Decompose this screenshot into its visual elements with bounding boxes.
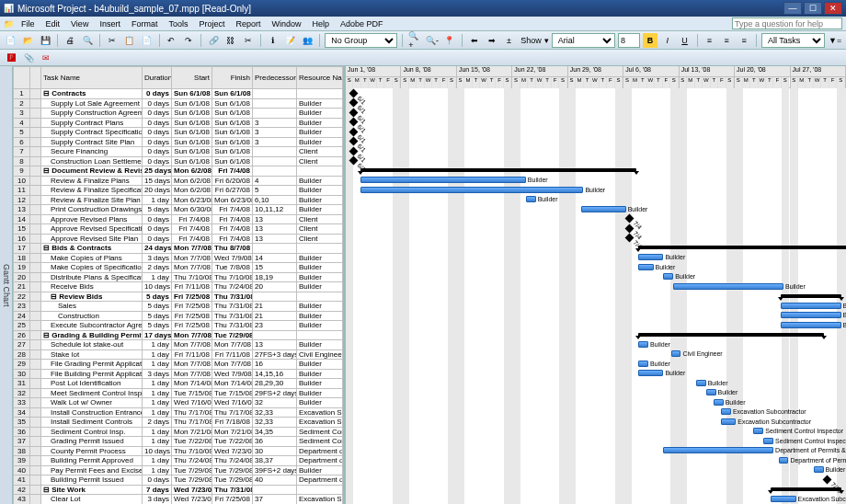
menu-window[interactable]: Window xyxy=(266,18,306,29)
task-row[interactable]: 10Review & Finalize Plans15 daysMon 6/2/… xyxy=(14,176,343,186)
assign-icon[interactable]: 👥 xyxy=(300,33,314,48)
task-row[interactable]: 5Supply Contract Specifications0 daysSun… xyxy=(14,128,343,138)
milestone[interactable]: 6/1 xyxy=(349,146,359,155)
task-bar[interactable]: Excavation Subcont xyxy=(771,496,795,502)
task-bar[interactable]: Builder xyxy=(814,466,824,473)
pdf3-icon[interactable]: ✉ xyxy=(39,51,53,65)
task-table[interactable]: Task Name Duration Start Finish Predeces… xyxy=(13,66,346,504)
task-row[interactable]: 29File Grading Permit Application1 dayMo… xyxy=(14,360,343,370)
task-bar[interactable]: Sediment Control Inspector xyxy=(763,438,773,444)
task-row[interactable]: 23Sales5 daysFri 7/25/08Thu 7/31/0821Bui… xyxy=(14,302,343,312)
task-row[interactable]: 2Supply Lot Sale Agreement0 daysSun 6/1/… xyxy=(14,98,343,109)
menu-help[interactable]: Help xyxy=(306,18,335,29)
underline-icon[interactable]: U xyxy=(678,33,692,48)
milestone[interactable]: 7/4 xyxy=(624,234,634,243)
save-icon[interactable]: 💾 xyxy=(39,33,53,48)
task-bar[interactable]: Builder xyxy=(706,389,716,395)
cut-icon[interactable]: ✂ xyxy=(105,33,120,48)
autofilter-icon[interactable]: ▼= xyxy=(828,33,842,48)
task-row[interactable]: 14Approve Revised Plans0 daysFri 7/4/08F… xyxy=(14,214,343,224)
menu-report[interactable]: Report xyxy=(230,18,266,29)
task-bar[interactable]: Excavation Subcontractor xyxy=(721,418,736,425)
close-button[interactable]: ✕ xyxy=(824,2,842,15)
fontsize-input[interactable] xyxy=(618,33,640,48)
milestone[interactable]: 6/1 xyxy=(349,88,359,97)
task-bar[interactable]: Builder xyxy=(638,254,663,260)
task-bar[interactable]: Civil Engineer xyxy=(671,350,681,357)
unlink-icon[interactable]: ⛓ xyxy=(223,33,238,48)
maximize-button[interactable]: ☐ xyxy=(804,2,822,15)
task-row[interactable]: 33Walk Lot w/ Owner1 dayWed 7/16/08Wed 7… xyxy=(14,398,343,408)
menu-project[interactable]: Project xyxy=(193,18,230,29)
milestone[interactable]: 6/1 xyxy=(349,137,359,146)
new-icon[interactable]: 📄 xyxy=(4,33,18,48)
menu-adobe-pdf[interactable]: Adobe PDF xyxy=(335,18,389,29)
gantt-chart[interactable]: Jun 1, '08SMTWTFSJun 8, '08SMTWTFSJun 15… xyxy=(346,66,846,504)
task-row[interactable]: 32Meet Sediment Control Inspector1 dayTu… xyxy=(14,388,343,398)
copy-icon[interactable]: 📋 xyxy=(122,33,137,48)
task-row[interactable]: 42⊟ Site Work7 daysWed 7/23/08Thu 7/31/0… xyxy=(14,485,343,495)
task-row[interactable]: 38County Permit Process10 daysThu 7/10/0… xyxy=(14,446,343,456)
task-bar[interactable]: Bu xyxy=(781,303,840,309)
menu-insert[interactable]: Insert xyxy=(94,18,126,29)
menu-format[interactable]: Format xyxy=(126,18,164,29)
notes-icon[interactable]: 📝 xyxy=(283,33,298,48)
task-bar[interactable]: Excavation Subcontractor xyxy=(721,408,731,415)
info-icon[interactable]: ℹ xyxy=(266,33,280,48)
task-row[interactable]: 6Supply Contract Site Plan0 daysSun 6/1/… xyxy=(14,137,343,147)
task-bar[interactable]: Builder xyxy=(714,399,724,406)
task-row[interactable]: 13Print Construction Drawings5 daysMon 6… xyxy=(14,205,343,215)
menu-edit[interactable]: Edit xyxy=(40,18,66,29)
menu-file[interactable]: File xyxy=(16,18,40,29)
task-row[interactable]: 31Post Lot Identification1 dayMon 7/14/0… xyxy=(14,379,343,389)
help-search[interactable] xyxy=(732,17,842,29)
milestone[interactable]: 7/4 xyxy=(624,214,634,223)
task-bar[interactable]: Builder xyxy=(696,380,706,386)
col-start-header[interactable]: Start xyxy=(172,67,212,89)
aligncenter-icon[interactable]: ≡ xyxy=(719,33,734,48)
task-row[interactable]: 7Secure Financing0 daysSun 6/1/08Sun 6/1… xyxy=(14,147,343,157)
minimize-button[interactable]: — xyxy=(783,2,802,15)
print-icon[interactable]: 🖨 xyxy=(63,33,77,48)
goto-icon[interactable]: 📍 xyxy=(442,33,457,48)
summary-bar[interactable] xyxy=(638,246,846,249)
zoomin-icon[interactable]: 🔍+ xyxy=(407,33,422,48)
zoomout-icon[interactable]: 🔍- xyxy=(425,33,440,48)
undo-icon[interactable]: ↶ xyxy=(165,33,179,48)
task-row[interactable]: 1⊟ Contracts0 daysSun 6/1/08Sun 6/1/08 xyxy=(14,89,343,99)
milestone[interactable]: 6/1 xyxy=(349,98,359,108)
italic-icon[interactable]: I xyxy=(660,33,675,48)
task-row[interactable]: 4Supply Contract Plans0 daysSun 6/1/08Su… xyxy=(14,118,343,128)
task-row[interactable]: 20Distribute Plans & Specifications1 day… xyxy=(14,272,343,282)
task-row[interactable]: 27Schedule lot stake-out1 dayMon 7/7/08M… xyxy=(14,340,343,350)
open-icon[interactable]: 📂 xyxy=(21,33,36,48)
task-row[interactable]: 41Building Permit Issued0 daysTue 7/29/0… xyxy=(14,475,343,486)
task-bar[interactable]: Bu xyxy=(781,322,840,328)
task-bar[interactable]: Builder xyxy=(581,206,626,212)
col-finish-header[interactable]: Finish xyxy=(212,67,253,89)
task-row[interactable]: 37Grading Permit Issued1 dayTue 7/22/08T… xyxy=(14,437,343,447)
task-row[interactable]: 15Approve Revised Specifications0 daysFr… xyxy=(14,224,343,235)
filter-select[interactable]: All Tasks xyxy=(761,33,825,48)
task-bar[interactable]: Builder xyxy=(673,283,783,290)
task-row[interactable]: 17⊟ Bids & Contracts24 daysMon 7/7/08Thu… xyxy=(14,244,343,254)
menu-tools[interactable]: Tools xyxy=(163,18,193,29)
group-select[interactable]: No Group xyxy=(325,33,397,48)
task-row[interactable]: 8Construction Loan Settlement0 daysSun 6… xyxy=(14,156,343,166)
task-row[interactable]: 24Construction5 daysFri 7/25/08Thu 7/31/… xyxy=(14,311,343,321)
menu-view[interactable]: View xyxy=(65,18,94,29)
task-bar[interactable]: Bu xyxy=(781,312,840,318)
task-row[interactable]: 9⊟ Document Review & Revision25 daysMon … xyxy=(14,166,343,177)
task-row[interactable]: 16Approve Revised Site Plan0 daysFri 7/4… xyxy=(14,234,343,244)
task-bar[interactable]: Builder xyxy=(526,196,536,202)
milestone[interactable]: 6/1 xyxy=(349,127,359,136)
col-id-header[interactable] xyxy=(14,67,30,89)
task-row[interactable]: 19Make Copies of Specifications2 daysMon… xyxy=(14,263,343,273)
col-pred-header[interactable]: Predecessors xyxy=(253,67,297,89)
pdf2-icon[interactable]: 📎 xyxy=(21,51,36,65)
task-bar[interactable]: Builder xyxy=(638,361,648,367)
showhide-icon[interactable]: ± xyxy=(502,33,517,48)
task-bar[interactable]: Builder xyxy=(360,177,526,183)
task-row[interactable]: 39Building Permit Approved1 dayThu 7/24/… xyxy=(14,456,343,466)
help-input[interactable] xyxy=(732,17,842,29)
